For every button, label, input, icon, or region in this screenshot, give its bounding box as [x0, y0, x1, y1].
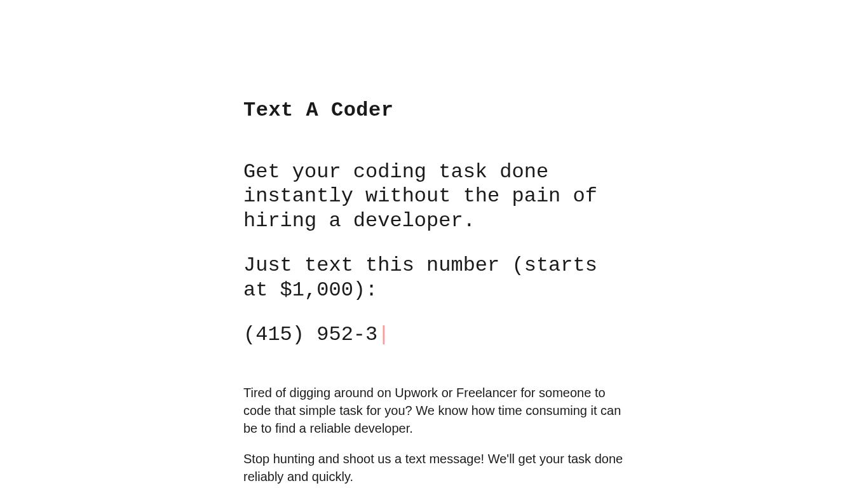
body-paragraph-2: Stop hunting and shoot us a text message…: [243, 450, 625, 485]
page-title: Text A Coder: [243, 98, 625, 122]
body-paragraph-1: Tired of digging around on Upwork or Fre…: [243, 384, 625, 437]
typing-cursor: |: [377, 323, 390, 346]
subhead-text: Just text this number (starts at $1,000)…: [243, 254, 625, 302]
phone-number-text: (415) 952-3: [243, 323, 377, 346]
phone-number: (415) 952-3|: [243, 323, 625, 347]
headline-text: Get your coding task done instantly with…: [243, 160, 625, 233]
